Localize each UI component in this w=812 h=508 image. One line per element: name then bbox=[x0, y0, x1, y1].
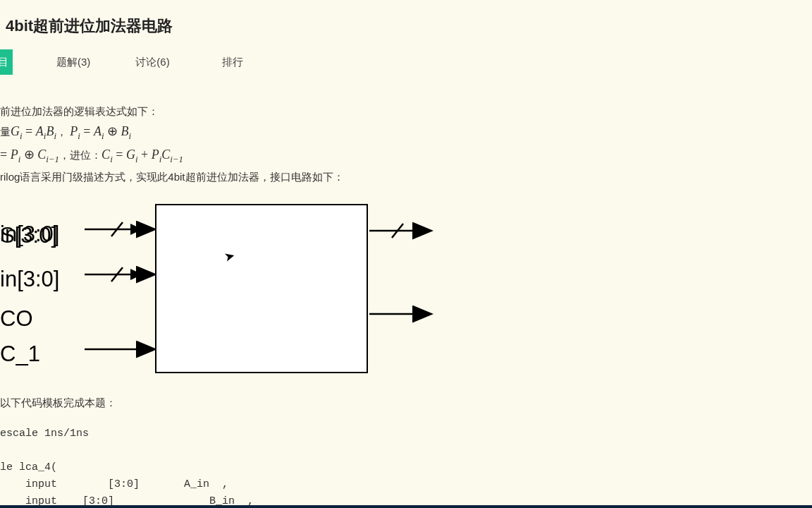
l3-Pi: P bbox=[152, 147, 159, 162]
circuit-diagram: in[3:0] in[3:0] C_1 S[3:0] CO bbox=[0, 198, 557, 382]
l3-P: P bbox=[11, 147, 18, 162]
l2-comma: ， bbox=[56, 126, 67, 138]
l2-G: G bbox=[11, 124, 20, 138]
port-bin: in[3:0] bbox=[0, 262, 59, 297]
desc-line-2: 量Gi = AiBi， Pi = Ai ⊕ Bi bbox=[0, 121, 812, 143]
l2-A: A bbox=[36, 124, 44, 138]
l2-B2: B bbox=[121, 124, 129, 138]
bottom-bar bbox=[0, 505, 812, 508]
tab-rank[interactable]: 排行 bbox=[207, 49, 259, 75]
l2-oplus: ⊕ bbox=[104, 124, 121, 138]
tab-discuss[interactable]: 讨论(6) bbox=[120, 49, 185, 75]
port-c1: C_1 bbox=[0, 337, 40, 372]
code-template: escale 1ns/1ns le lca_4( input [3:0] A_i… bbox=[0, 425, 812, 508]
l3-plus: + bbox=[138, 147, 152, 162]
tab-bar: 目 题解(3) 讨论(6) 排行 bbox=[0, 49, 812, 75]
module-box bbox=[155, 204, 368, 373]
desc-line-1: 前进位加法器的逻辑表达式如下： bbox=[0, 103, 812, 120]
l2-A2: A bbox=[94, 124, 102, 138]
port-co: CO bbox=[0, 301, 33, 337]
desc-line-3: = Pi ⊕ Ci−1，进位：Ci = Gi + PiCi−1 bbox=[0, 145, 812, 167]
l2-B: B bbox=[46, 124, 54, 138]
l3-eq: = bbox=[113, 147, 126, 162]
l3-oplus: ⊕ bbox=[20, 147, 37, 162]
page-title: 4bit超前进位加法器电路 bbox=[0, 0, 812, 44]
l3-mid: ，进位： bbox=[59, 149, 102, 161]
l3-Cim1: C bbox=[161, 147, 170, 162]
tab-solutions[interactable]: 题解(3) bbox=[41, 49, 106, 75]
l2-eq2: = bbox=[80, 124, 94, 138]
l3-pre: = bbox=[0, 147, 11, 162]
l3-C1: C bbox=[37, 147, 46, 162]
l3-Gi: G bbox=[126, 147, 135, 162]
l2-prefix: 量 bbox=[0, 126, 11, 138]
l3-Ci: C bbox=[102, 147, 110, 162]
port-s: S[3:0] bbox=[0, 218, 57, 253]
desc-line-4: rilog语言采用门级描述方式，实现此4bit超前进位加法器，接口电路如下： bbox=[0, 169, 812, 186]
problem-body: 前进位加法器的逻辑表达式如下： 量Gi = AiBi， Pi = Ai ⊕ Bi… bbox=[0, 75, 812, 508]
l2-eq1: = bbox=[23, 124, 36, 138]
template-note: 以下代码模板完成本题： bbox=[0, 394, 812, 411]
tab-description[interactable]: 目 bbox=[0, 49, 13, 75]
l2-P: P bbox=[70, 124, 78, 138]
